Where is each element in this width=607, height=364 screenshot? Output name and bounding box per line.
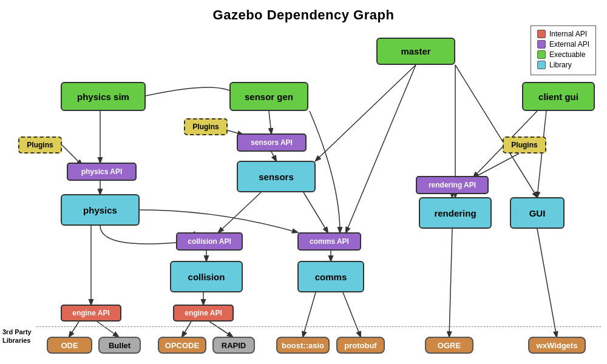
legend-executable-box <box>537 50 546 59</box>
svg-line-20 <box>69 322 79 337</box>
svg-line-24 <box>303 292 316 337</box>
node-opcode: OPCODE <box>158 337 206 354</box>
node-comms: comms <box>297 261 364 292</box>
svg-line-25 <box>343 292 361 337</box>
node-boost_asio: boost::asio <box>276 337 330 354</box>
node-collision: collision <box>170 261 243 292</box>
legend-external-api-label: External API <box>549 40 589 49</box>
legend-executable: Exectuable <box>537 50 589 59</box>
node-physics_sim: physics sim <box>61 82 146 111</box>
legend-internal-api-label: Internal API <box>549 30 587 38</box>
dependency-graph-svg <box>0 0 607 364</box>
node-rapid: RAPID <box>212 337 255 354</box>
node-sensors_api: sensors API <box>237 133 307 152</box>
node-sensors: sensors <box>237 161 316 192</box>
svg-line-13 <box>455 65 537 197</box>
node-gui: GUI <box>510 197 565 229</box>
svg-line-6 <box>473 153 519 178</box>
legend-library-box <box>537 61 546 69</box>
node-engine_api_mid: engine API <box>173 305 234 322</box>
svg-line-8 <box>473 111 537 177</box>
node-wxwidgets: wxWidgets <box>528 337 586 354</box>
legend-internal-api: Internal API <box>537 30 589 38</box>
node-physics: physics <box>61 194 140 226</box>
node-comms_api: comms API <box>297 232 361 251</box>
third-party-divider <box>36 326 601 327</box>
svg-line-2 <box>62 145 82 165</box>
node-bullet: Bullet <box>98 337 141 354</box>
node-client_gui: client gui <box>522 82 595 111</box>
legend-executable-label: Exectuable <box>549 50 585 59</box>
node-plugins_left: Plugins <box>18 136 62 153</box>
node-physics_api: physics API <box>67 163 137 181</box>
svg-line-26 <box>449 229 452 337</box>
legend-external-api-box <box>537 40 546 49</box>
svg-line-23 <box>209 322 232 337</box>
node-rendering: rendering <box>419 197 492 229</box>
node-ode: ODE <box>47 337 92 354</box>
svg-line-10 <box>316 65 416 161</box>
node-engine_api_left: engine API <box>61 305 121 322</box>
legend: Internal API External API Exectuable Lib… <box>531 25 596 75</box>
legend-library-label: Library <box>549 61 572 69</box>
svg-line-5 <box>271 152 276 161</box>
node-ogre: OGRE <box>425 337 473 354</box>
svg-line-4 <box>215 127 243 135</box>
legend-internal-api-box <box>537 30 546 38</box>
svg-line-11 <box>346 65 416 232</box>
page-title: Gazebo Dependency Graph <box>0 0 607 23</box>
node-plugins_center: Plugins <box>184 118 228 135</box>
node-protobuf: protobuf <box>336 337 385 354</box>
node-master: master <box>376 38 455 65</box>
svg-line-22 <box>182 322 191 337</box>
legend-library: Library <box>537 61 589 69</box>
svg-line-3 <box>269 111 271 133</box>
svg-line-15 <box>219 192 261 232</box>
node-collision_api: collision API <box>176 232 243 251</box>
third-party-label: 3rd PartyLibraries <box>2 328 39 345</box>
svg-line-9 <box>537 111 546 197</box>
node-plugins_right: Plugins <box>503 136 546 153</box>
node-sensor_gen: sensor gen <box>229 82 308 111</box>
svg-line-27 <box>537 229 557 337</box>
node-rendering_api: rendering API <box>416 176 489 194</box>
svg-line-16 <box>304 192 328 232</box>
legend-external-api: External API <box>537 40 589 49</box>
svg-line-21 <box>97 322 118 337</box>
